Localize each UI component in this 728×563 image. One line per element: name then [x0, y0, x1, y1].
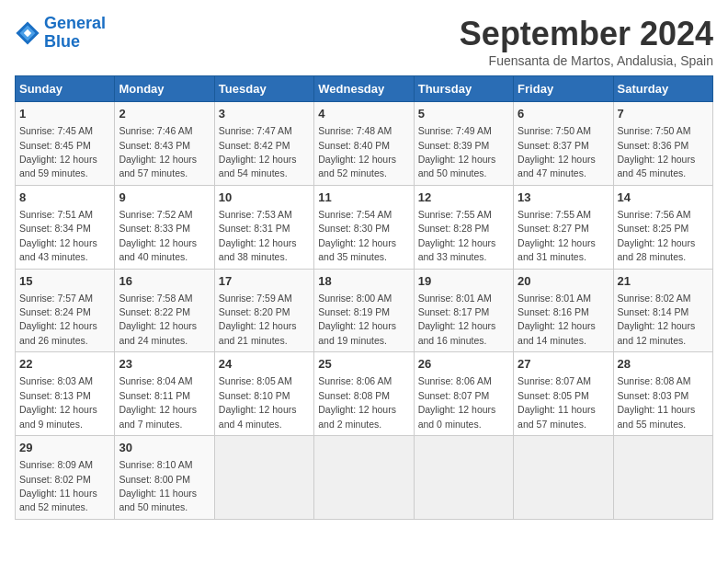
page-header: General Blue September 2024 Fuensanta de…	[15, 15, 713, 68]
calendar-cell: 17Sunrise: 7:59 AM Sunset: 8:20 PM Dayli…	[214, 269, 313, 352]
calendar-cell: 4Sunrise: 7:48 AM Sunset: 8:40 PM Daylig…	[314, 102, 414, 186]
day-number: 7	[618, 106, 709, 122]
day-detail: Sunrise: 8:01 AM Sunset: 8:17 PM Dayligh…	[418, 293, 496, 346]
day-detail: Sunrise: 8:07 AM Sunset: 8:05 PM Dayligh…	[518, 375, 596, 429]
calendar-cell: 18Sunrise: 8:00 AM Sunset: 8:19 PM Dayli…	[314, 269, 414, 352]
day-number: 28	[618, 356, 709, 373]
day-number: 26	[418, 356, 509, 373]
calendar-cell: 21Sunrise: 8:02 AM Sunset: 8:14 PM Dayli…	[613, 269, 712, 352]
calendar-cell: 8Sunrise: 7:51 AM Sunset: 8:34 PM Daylig…	[16, 185, 115, 269]
day-header: Monday	[115, 76, 214, 102]
header-row: SundayMondayTuesdayWednesdayThursdayFrid…	[16, 76, 713, 102]
calendar-cell	[613, 436, 712, 520]
day-number: 6	[518, 106, 609, 122]
day-header: Sunday	[16, 76, 115, 102]
logo-icon	[15, 20, 40, 46]
title-block: September 2024 Fuensanta de Martos, Anda…	[460, 15, 713, 68]
day-detail: Sunrise: 8:09 AM Sunset: 8:02 PM Dayligh…	[19, 459, 97, 512]
calendar-cell: 3Sunrise: 7:47 AM Sunset: 8:42 PM Daylig…	[214, 102, 313, 186]
day-header: Thursday	[414, 76, 513, 102]
calendar-cell: 2Sunrise: 7:46 AM Sunset: 8:43 PM Daylig…	[115, 102, 214, 186]
day-header: Tuesday	[214, 76, 313, 102]
calendar-cell: 7Sunrise: 7:50 AM Sunset: 8:36 PM Daylig…	[613, 102, 712, 186]
calendar-cell: 25Sunrise: 8:06 AM Sunset: 8:08 PM Dayli…	[314, 352, 414, 436]
day-detail: Sunrise: 8:06 AM Sunset: 8:08 PM Dayligh…	[318, 375, 396, 429]
calendar-week-row: 1Sunrise: 7:45 AM Sunset: 8:45 PM Daylig…	[16, 102, 713, 186]
day-detail: Sunrise: 7:51 AM Sunset: 8:34 PM Dayligh…	[19, 209, 97, 262]
day-number: 25	[318, 356, 409, 373]
calendar-week-row: 29Sunrise: 8:09 AM Sunset: 8:02 PM Dayli…	[16, 436, 713, 520]
day-number: 8	[19, 190, 110, 206]
calendar-cell: 22Sunrise: 8:03 AM Sunset: 8:13 PM Dayli…	[16, 352, 115, 436]
day-number: 3	[219, 106, 310, 122]
day-number: 21	[618, 273, 709, 290]
day-detail: Sunrise: 7:49 AM Sunset: 8:39 PM Dayligh…	[418, 125, 496, 178]
day-detail: Sunrise: 8:03 AM Sunset: 8:13 PM Dayligh…	[19, 375, 97, 429]
calendar-cell: 24Sunrise: 8:05 AM Sunset: 8:10 PM Dayli…	[214, 352, 313, 436]
day-detail: Sunrise: 8:01 AM Sunset: 8:16 PM Dayligh…	[518, 293, 596, 346]
day-number: 13	[518, 190, 609, 206]
day-number: 16	[119, 273, 210, 290]
day-number: 19	[418, 273, 509, 290]
location: Fuensanta de Martos, Andalusia, Spain	[460, 53, 713, 68]
day-detail: Sunrise: 7:50 AM Sunset: 8:37 PM Dayligh…	[518, 125, 596, 178]
day-number: 18	[318, 273, 409, 290]
day-header: Saturday	[613, 76, 712, 102]
day-detail: Sunrise: 8:02 AM Sunset: 8:14 PM Dayligh…	[618, 293, 696, 346]
day-number: 15	[19, 273, 110, 290]
day-detail: Sunrise: 7:55 AM Sunset: 8:28 PM Dayligh…	[418, 209, 496, 262]
day-detail: Sunrise: 7:48 AM Sunset: 8:40 PM Dayligh…	[318, 125, 396, 178]
day-number: 10	[219, 190, 310, 206]
calendar-week-row: 22Sunrise: 8:03 AM Sunset: 8:13 PM Dayli…	[16, 352, 713, 436]
calendar-cell: 1Sunrise: 7:45 AM Sunset: 8:45 PM Daylig…	[16, 102, 115, 186]
calendar-cell: 15Sunrise: 7:57 AM Sunset: 8:24 PM Dayli…	[16, 269, 115, 352]
calendar-cell: 30Sunrise: 8:10 AM Sunset: 8:00 PM Dayli…	[115, 436, 214, 520]
day-number: 17	[219, 273, 310, 290]
day-number: 20	[518, 273, 609, 290]
month-title: September 2024	[460, 15, 713, 53]
day-number: 5	[418, 106, 509, 122]
calendar-cell: 26Sunrise: 8:06 AM Sunset: 8:07 PM Dayli…	[414, 352, 513, 436]
calendar-cell: 13Sunrise: 7:55 AM Sunset: 8:27 PM Dayli…	[514, 185, 613, 269]
calendar-cell: 23Sunrise: 8:04 AM Sunset: 8:11 PM Dayli…	[115, 352, 214, 436]
day-detail: Sunrise: 8:00 AM Sunset: 8:19 PM Dayligh…	[318, 293, 396, 346]
day-detail: Sunrise: 7:56 AM Sunset: 8:25 PM Dayligh…	[618, 209, 696, 262]
day-detail: Sunrise: 7:47 AM Sunset: 8:42 PM Dayligh…	[219, 125, 297, 178]
day-detail: Sunrise: 7:45 AM Sunset: 8:45 PM Dayligh…	[19, 125, 97, 178]
day-detail: Sunrise: 8:10 AM Sunset: 8:00 PM Dayligh…	[119, 459, 197, 512]
calendar-cell	[214, 436, 313, 520]
day-number: 9	[119, 190, 210, 206]
calendar-cell: 12Sunrise: 7:55 AM Sunset: 8:28 PM Dayli…	[414, 185, 513, 269]
logo-text: General Blue	[44, 15, 106, 52]
day-number: 29	[19, 440, 110, 456]
calendar-cell: 11Sunrise: 7:54 AM Sunset: 8:30 PM Dayli…	[314, 185, 414, 269]
day-number: 1	[19, 106, 110, 122]
day-number: 30	[119, 440, 210, 456]
calendar-week-row: 8Sunrise: 7:51 AM Sunset: 8:34 PM Daylig…	[16, 185, 713, 269]
calendar-cell: 16Sunrise: 7:58 AM Sunset: 8:22 PM Dayli…	[115, 269, 214, 352]
day-detail: Sunrise: 7:53 AM Sunset: 8:31 PM Dayligh…	[219, 209, 297, 262]
day-header: Wednesday	[314, 76, 414, 102]
day-detail: Sunrise: 7:55 AM Sunset: 8:27 PM Dayligh…	[518, 209, 596, 262]
day-number: 22	[19, 356, 110, 373]
day-number: 24	[219, 356, 310, 373]
calendar-week-row: 15Sunrise: 7:57 AM Sunset: 8:24 PM Dayli…	[16, 269, 713, 352]
day-detail: Sunrise: 8:06 AM Sunset: 8:07 PM Dayligh…	[418, 375, 496, 429]
calendar-cell: 10Sunrise: 7:53 AM Sunset: 8:31 PM Dayli…	[214, 185, 313, 269]
calendar-cell: 27Sunrise: 8:07 AM Sunset: 8:05 PM Dayli…	[514, 352, 613, 436]
calendar-cell: 5Sunrise: 7:49 AM Sunset: 8:39 PM Daylig…	[414, 102, 513, 186]
calendar-cell: 6Sunrise: 7:50 AM Sunset: 8:37 PM Daylig…	[514, 102, 613, 186]
calendar-cell: 19Sunrise: 8:01 AM Sunset: 8:17 PM Dayli…	[414, 269, 513, 352]
day-detail: Sunrise: 8:04 AM Sunset: 8:11 PM Dayligh…	[119, 375, 197, 429]
day-detail: Sunrise: 7:50 AM Sunset: 8:36 PM Dayligh…	[618, 125, 696, 178]
logo: General Blue	[15, 15, 106, 52]
calendar-cell	[414, 436, 513, 520]
day-detail: Sunrise: 8:05 AM Sunset: 8:10 PM Dayligh…	[219, 375, 297, 429]
calendar-table: SundayMondayTuesdayWednesdayThursdayFrid…	[15, 75, 713, 520]
day-detail: Sunrise: 7:54 AM Sunset: 8:30 PM Dayligh…	[318, 209, 396, 262]
calendar-cell	[514, 436, 613, 520]
day-number: 12	[418, 190, 509, 206]
day-number: 4	[318, 106, 409, 122]
day-number: 14	[618, 190, 709, 206]
day-detail: Sunrise: 7:58 AM Sunset: 8:22 PM Dayligh…	[119, 293, 197, 346]
